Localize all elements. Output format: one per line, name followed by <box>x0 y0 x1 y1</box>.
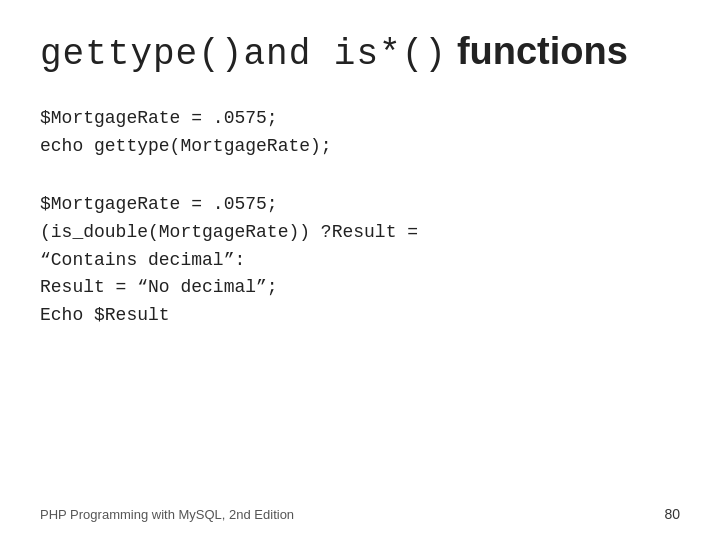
footer-page-number: 80 <box>664 506 680 522</box>
footer: PHP Programming with MySQL, 2nd Edition … <box>40 506 680 522</box>
code-line-2-4: Result = “No decimal”; <box>40 274 680 302</box>
footer-left: PHP Programming with MySQL, 2nd Edition <box>40 507 294 522</box>
code-line-2-2: (is_double(MortgageRate)) ?Result = <box>40 219 680 247</box>
title-functions: functions <box>457 30 628 73</box>
title-line: gettype()and is*() functions <box>40 30 680 75</box>
code-line-1-1: $MortgageRate = .0575; <box>40 105 680 133</box>
page-container: gettype()and is*() functions $MortgageRa… <box>0 0 720 540</box>
code-line-2-3: “Contains decimal”: <box>40 247 680 275</box>
title-code: gettype()and is*() <box>40 34 447 75</box>
code-line-2-5: Echo $Result <box>40 302 680 330</box>
code-block-2: $MortgageRate = .0575; (is_double(Mortga… <box>40 191 680 330</box>
code-line-2-1: $MortgageRate = .0575; <box>40 191 680 219</box>
code-block-1: $MortgageRate = .0575; echo gettype(Mort… <box>40 105 680 161</box>
code-line-1-2: echo gettype(MortgageRate); <box>40 133 680 161</box>
